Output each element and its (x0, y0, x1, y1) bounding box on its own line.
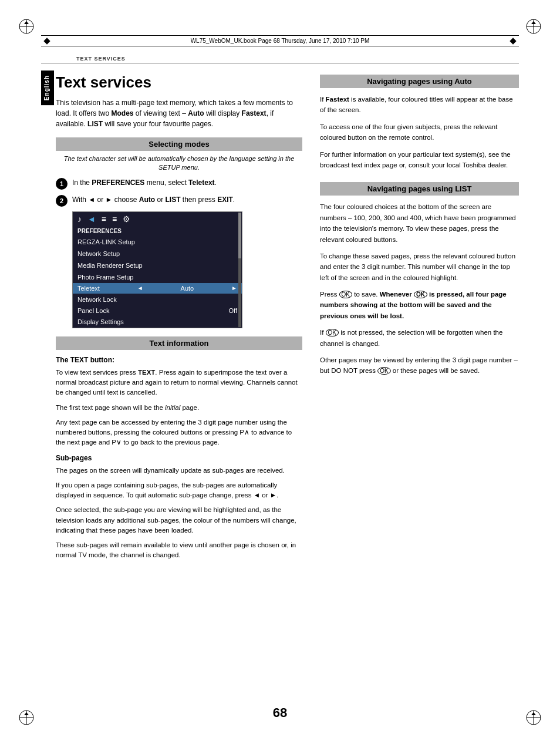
section-label: TEXT SERVICES (76, 56, 126, 62)
step-2-number: 2 (56, 195, 68, 207)
step-2: 2 With ◄ or ► choose Auto or LIST then p… (56, 194, 302, 207)
modes-bold: Modes (112, 109, 134, 117)
menu-item-panel-lock: Panel Lock Off (73, 305, 242, 316)
menu-item-teletext-value: Auto (181, 285, 194, 292)
file-info-text: WL75_WebOM_UK.book Page 68 Thursday, Jun… (53, 38, 507, 44)
text-information-section: Text information The TEXT button: To vie… (56, 336, 302, 561)
main-content: Text services This television has a mult… (56, 68, 519, 697)
svg-marker-3 (24, 21, 29, 24)
menu-icon-speaker: ♪ (77, 214, 82, 224)
corner-mark-br (525, 709, 542, 726)
text-info-para-1: To view text services press TEXT. Press … (56, 368, 302, 398)
step-1-number: 1 (56, 178, 68, 190)
page-title: Text services (56, 73, 302, 92)
nav-list-para-3: Press OK to save. Whenever OK is pressed… (320, 289, 519, 321)
auto-bold: Auto (188, 109, 204, 117)
list-choice-bold: LIST (165, 196, 180, 204)
nav-auto-para-1: If Fastext is available, four coloured t… (320, 94, 519, 116)
menu-item-teletext-label: Teletext (77, 285, 100, 292)
menu-icon-left: ◄ (87, 214, 96, 224)
scrollbar-thumb (238, 213, 241, 258)
nav-auto-para-3: For further information on your particul… (320, 149, 519, 171)
ok-icon-1: OK (339, 291, 352, 298)
auto-choice-bold: Auto (139, 196, 155, 204)
top-separator (41, 63, 519, 64)
fastext-auto-bold: Fastext (326, 96, 349, 103)
intro-text: This television has a multi-page text me… (56, 97, 302, 129)
menu-item-panel-lock-value: Off (229, 307, 237, 314)
teletext-bold: Teletext (188, 179, 214, 187)
step-1-text: In the PREFERENCES menu, select Teletext… (72, 177, 302, 188)
corner-mark-bl (18, 709, 35, 726)
menu-icon-lines2: ≡ (112, 214, 117, 224)
sub-pages-para-2: If you open a page containing sub-pages,… (56, 480, 302, 501)
menu-item-network-setup: Network Setup (73, 248, 242, 260)
nav-auto-section: Navigating pages using Auto If Fastext i… (320, 75, 519, 170)
sub-pages-para-3: Once selected, the sub-page you are view… (56, 505, 302, 536)
sub-pages-para-4: These sub-pages will remain available to… (56, 540, 302, 561)
sub-pages-label: Sub-pages (56, 453, 302, 463)
nav-auto-para-2: To access one of the four given subjects… (320, 122, 519, 143)
menu-screenshot: ♪ ◄ ≡ ≡ ⚙ PREFERENCES REGZA-LINK Setup N… (72, 211, 242, 328)
preferences-bold: PREFERENCES (92, 179, 144, 187)
svg-marker-11 (24, 712, 29, 715)
text-information-header: Text information (56, 336, 302, 350)
nav-list-header: Navigating pages using LIST (320, 182, 519, 196)
scrollbar-track (238, 213, 241, 327)
ok-icon-4: OK (377, 367, 390, 375)
corner-mark-tl (18, 18, 35, 35)
sub-pages-para-1: The pages on the screen will dynamically… (56, 466, 302, 476)
menu-icon-lines1: ≡ (102, 214, 106, 224)
step-1: 1 In the PREFERENCES menu, select Telete… (56, 177, 302, 190)
text-info-para-2: The first text page shown will be the in… (56, 403, 302, 413)
nav-list-para-4: If OK is not pressed, the selection will… (320, 327, 519, 349)
nav-auto-text: If Fastext is available, four coloured t… (320, 94, 519, 170)
nav-list-para-5: Other pages may be viewed by entering th… (320, 355, 519, 376)
menu-arrow-right: ► (231, 285, 237, 291)
corner-mark-tr (525, 18, 542, 35)
nav-list-section: Navigating pages using LIST The four col… (320, 182, 519, 376)
step-2-text: With ◄ or ► choose Auto or LIST then pre… (72, 194, 302, 205)
text-button-label: The TEXT button: (56, 355, 302, 365)
menu-item-photo-frame: Photo Frame Setup (73, 271, 242, 283)
fastext-bold: Fastext (242, 109, 266, 117)
menu-item-display-settings: Display Settings (73, 316, 242, 328)
svg-marker-7 (531, 21, 536, 24)
file-info-bar: WL75_WebOM_UK.book Page 68 Thursday, Jun… (41, 35, 519, 46)
menu-inner: ♪ ◄ ≡ ≡ ⚙ PREFERENCES REGZA-LINK Setup N… (72, 211, 242, 328)
nav-auto-header: Navigating pages using Auto (320, 75, 519, 88)
text-information-content: The TEXT button: To view text services p… (56, 355, 302, 561)
nav-list-text: The four coloured choices at the bottom … (320, 201, 519, 376)
menu-prefs-label: PREFERENCES (73, 226, 242, 236)
ok-icon-3: OK (326, 329, 339, 336)
svg-marker-15 (531, 712, 536, 715)
two-column-layout: Text services This television has a mult… (56, 68, 519, 565)
text-info-para-3: Any text page can be accessed by enterin… (56, 418, 302, 448)
exit-bold: EXIT (217, 196, 233, 204)
selecting-modes-header: Selecting modes (56, 137, 302, 151)
menu-item-regza: REGZA-LINK Setup (73, 236, 242, 248)
diamond-left (43, 38, 50, 44)
menu-icon-gear: ⚙ (123, 214, 130, 224)
nav-list-para-1: The four coloured choices at the bottom … (320, 201, 519, 245)
nav-list-para-2: To change these saved pages, press the r… (320, 251, 519, 283)
selecting-modes-section: Selecting modes The text character set w… (56, 137, 302, 328)
menu-item-teletext: Teletext ◄ Auto ► (73, 283, 242, 294)
menu-item-network-lock: Network Lock (73, 294, 242, 305)
right-column: Navigating pages using Auto If Fastext i… (320, 68, 519, 565)
menu-arrow-left: ◄ (137, 285, 143, 291)
menu-item-panel-lock-label: Panel Lock (77, 307, 109, 314)
menu-top-bar: ♪ ◄ ≡ ≡ ⚙ (73, 212, 242, 226)
text-bold: TEXT (138, 369, 155, 376)
language-tab: English (41, 70, 54, 105)
left-column: Text services This television has a mult… (56, 68, 302, 565)
menu-item-media-renderer: Media Renderer Setup (73, 260, 242, 271)
initial-italic: initial (165, 404, 180, 411)
italic-note: The text character set will be automatic… (56, 154, 302, 173)
diamond-right (510, 38, 516, 44)
list-bold: LIST (87, 120, 103, 128)
ok-icon-2: OK (414, 291, 427, 298)
page-number: 68 (273, 705, 287, 721)
